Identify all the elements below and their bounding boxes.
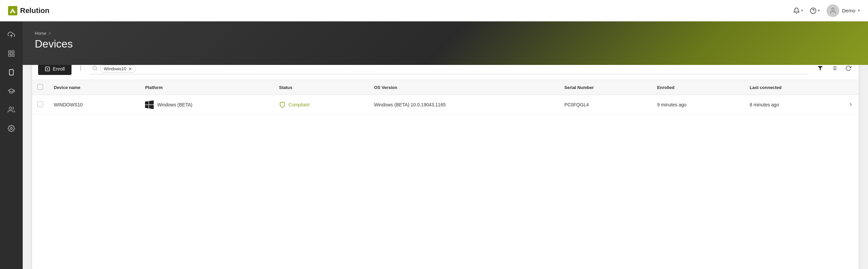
- columns-button[interactable]: [830, 64, 839, 74]
- sidebar-item-settings[interactable]: [3, 120, 20, 136]
- th-platform: Platform: [140, 80, 274, 95]
- devices-table-card: Enroll Windows10 ✕: [32, 58, 859, 269]
- user-chevron: ▾: [858, 8, 860, 13]
- sidebar-item-users[interactable]: [3, 102, 20, 118]
- page-header: Home > Devices: [23, 21, 868, 65]
- row-status: Compliant: [274, 95, 369, 115]
- svg-point-19: [93, 66, 97, 70]
- more-icon: [78, 65, 84, 71]
- sidebar: [0, 21, 23, 269]
- toolbar-actions: [816, 64, 852, 74]
- th-last-connected: Last connected: [744, 80, 843, 95]
- sidebar-item-devices[interactable]: [3, 64, 20, 80]
- svg-point-18: [80, 70, 81, 70]
- row-checkbox-cell: [32, 95, 49, 115]
- content-area: Home > Devices Enroll: [23, 21, 868, 269]
- users-icon: [8, 106, 15, 113]
- help-icon: [810, 7, 816, 14]
- user-menu-button[interactable]: Demo ▾: [827, 4, 860, 17]
- table-head: Device name Platform Status OS Version S: [32, 80, 859, 95]
- settings-icon: [8, 125, 15, 132]
- device-icon: [8, 69, 15, 76]
- chevron-right-icon: [848, 102, 853, 107]
- filter-button[interactable]: [816, 64, 825, 74]
- page-title: Devices: [35, 38, 856, 50]
- row-checkbox[interactable]: [37, 101, 43, 107]
- help-button[interactable]: ▾: [810, 7, 820, 14]
- svg-marker-21: [818, 66, 823, 71]
- notifications-button[interactable]: ▾: [793, 7, 803, 14]
- logo: Relution: [8, 6, 50, 16]
- search-icon: [92, 65, 98, 72]
- user-label: Demo: [842, 8, 855, 14]
- th-device-name: Device name: [49, 80, 140, 95]
- svg-point-12: [10, 128, 12, 130]
- svg-rect-8: [9, 54, 11, 56]
- enroll-label: Enroll: [53, 66, 65, 72]
- breadcrumb-home[interactable]: Home: [35, 31, 46, 36]
- select-all-checkbox[interactable]: [37, 84, 43, 90]
- help-chevron: ▾: [818, 8, 820, 13]
- enroll-icon: [45, 66, 50, 72]
- refresh-button[interactable]: [844, 64, 852, 74]
- row-platform: Windows (BETA): [140, 95, 274, 115]
- avatar: [827, 4, 839, 17]
- svg-rect-7: [12, 54, 14, 56]
- table-row: WINDOWS10 Windows (BETA): [32, 95, 859, 115]
- row-detail-arrow[interactable]: [843, 95, 859, 115]
- svg-line-20: [96, 69, 97, 70]
- th-checkbox: [32, 80, 49, 95]
- row-os-version: Windows (BETA) 10.0.19043.1165: [369, 95, 559, 115]
- th-os-version: OS Version: [369, 80, 559, 95]
- filter-icon: [817, 65, 823, 71]
- sidebar-item-education[interactable]: [3, 83, 20, 99]
- table-body: WINDOWS10 Windows (BETA): [32, 95, 859, 115]
- svg-point-3: [832, 8, 834, 10]
- breadcrumb-separator: >: [49, 31, 51, 36]
- row-device-name: WINDOWS10: [49, 95, 140, 115]
- devices-table: Device name Platform Status OS Version S: [32, 80, 859, 115]
- refresh-icon: [845, 65, 851, 71]
- logo-text: Relution: [20, 6, 50, 15]
- row-enrolled: 9 minutes ago: [652, 95, 744, 115]
- navbar: Relution ▾ ▾ Demo: [0, 0, 868, 21]
- grid-icon: [8, 50, 15, 57]
- svg-point-16: [80, 66, 81, 66]
- breadcrumb: Home >: [35, 31, 856, 36]
- main-layout: Home > Devices Enroll: [0, 21, 868, 269]
- row-last-connected: 8 minutes ago: [744, 95, 843, 115]
- chip-close-button[interactable]: ✕: [128, 66, 132, 71]
- th-enrolled: Enrolled: [652, 80, 744, 95]
- sidebar-item-dashboard[interactable]: [3, 46, 20, 61]
- search-area: Windows10 ✕: [90, 63, 808, 74]
- th-status: Status: [274, 80, 369, 95]
- svg-point-17: [80, 68, 81, 68]
- navbar-right: ▾ ▾ Demo ▾: [793, 4, 860, 17]
- bell-icon: [793, 7, 800, 14]
- filter-chip-windows10: Windows10 ✕: [100, 65, 136, 73]
- th-actions: [843, 80, 859, 95]
- svg-rect-5: [9, 51, 11, 53]
- shield-icon: [279, 101, 286, 108]
- graduation-icon: [8, 87, 15, 95]
- chip-label: Windows10: [104, 66, 126, 71]
- row-serial-number: PC0FQGL4: [559, 95, 652, 115]
- sidebar-item-upload[interactable]: [3, 27, 20, 43]
- svg-rect-6: [12, 51, 14, 53]
- svg-point-11: [9, 107, 12, 109]
- windows-icon: [145, 100, 154, 109]
- columns-icon: [831, 65, 837, 71]
- table-header-row: Device name Platform Status OS Version S: [32, 80, 859, 95]
- logo-icon: [8, 6, 18, 16]
- th-serial-number: Serial Number: [559, 80, 652, 95]
- bell-chevron: ▾: [801, 8, 803, 13]
- cloud-upload-icon: [8, 31, 15, 38]
